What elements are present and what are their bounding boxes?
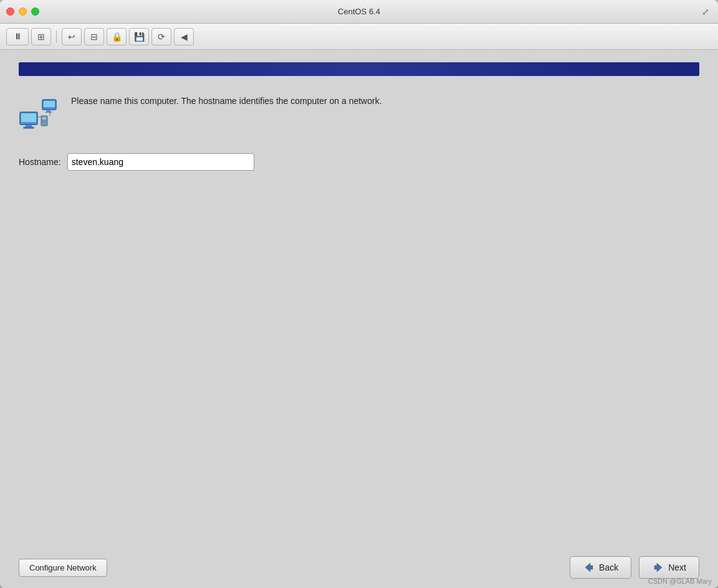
history-back-button[interactable]: ↩	[62, 28, 82, 45]
svg-point-11	[45, 123, 46, 125]
lock-button[interactable]: 🔒	[107, 28, 127, 45]
svg-rect-3	[24, 127, 34, 128]
description-area: Please name this computer. The hostname …	[19, 95, 699, 135]
hostname-input[interactable]	[67, 153, 254, 171]
network-computer-icon	[19, 95, 59, 135]
arrow-left-icon: ↩	[68, 32, 75, 42]
collapse-icon: ◀	[181, 32, 188, 42]
svg-marker-15	[654, 563, 662, 572]
save-icon: 💾	[134, 32, 145, 42]
svg-point-10	[42, 123, 44, 125]
view-button[interactable]: ⊟	[84, 28, 104, 45]
titlebar-right: ⤢	[702, 7, 712, 17]
hostname-label: Hostname:	[19, 157, 61, 167]
expand-icon[interactable]: ⤢	[702, 7, 712, 17]
titlebar-buttons	[6, 7, 39, 16]
view-icon: ⊟	[90, 32, 98, 42]
back-button[interactable]: Back	[570, 556, 631, 579]
save-button[interactable]: 💾	[129, 28, 149, 45]
configure-network-button[interactable]: Configure Network	[19, 559, 107, 577]
progress-bar-container	[19, 62, 699, 76]
maximize-button[interactable]	[31, 7, 39, 16]
watermark: CSDN @GLAB Mary	[648, 577, 712, 585]
svg-rect-7	[45, 111, 52, 113]
network-icon-toolbar: ⟳	[158, 32, 165, 42]
content-spacer	[19, 183, 699, 534]
hostname-row: Hostname:	[19, 153, 699, 171]
minimize-button[interactable]	[19, 7, 27, 16]
nav-buttons: Back Next	[570, 556, 699, 579]
toolbar: ⏸ ⊞ ↩ ⊟ 🔒 💾 ⟳ ◀	[0, 24, 718, 50]
screenshot-icon: ⊞	[37, 32, 45, 42]
next-arrow-icon	[652, 561, 664, 574]
svg-rect-9	[42, 117, 46, 120]
svg-marker-14	[585, 563, 593, 572]
next-button[interactable]: Next	[639, 556, 699, 579]
next-label: Next	[668, 562, 686, 572]
network-button[interactable]: ⟳	[151, 28, 171, 45]
back-label: Back	[599, 562, 618, 572]
window-title: CentOS 6.4	[338, 7, 380, 16]
svg-rect-2	[26, 125, 31, 127]
content-area: Please name this computer. The hostname …	[0, 50, 718, 547]
vm-window: CentOS 6.4 ⤢ ⏸ ⊞ ↩ ⊟ 🔒 💾 ⟳ ◀	[0, 0, 718, 588]
bottom-bar: Configure Network Back Next	[0, 547, 718, 588]
svg-rect-1	[21, 113, 36, 122]
pause-button[interactable]: ⏸	[6, 28, 29, 45]
toolbar-separator-1	[56, 31, 57, 43]
progress-bar-fill	[19, 62, 699, 76]
pause-icon: ⏸	[14, 32, 22, 41]
svg-rect-5	[44, 101, 55, 107]
titlebar: CentOS 6.4 ⤢	[0, 0, 718, 24]
lock-icon: 🔒	[112, 32, 122, 42]
collapse-button[interactable]: ◀	[174, 28, 194, 45]
back-arrow-icon	[583, 561, 595, 574]
screenshot-button[interactable]: ⊞	[31, 28, 51, 45]
description-text: Please name this computer. The hostname …	[71, 95, 382, 108]
network-icon-svg	[19, 95, 59, 135]
close-button[interactable]	[6, 7, 14, 16]
